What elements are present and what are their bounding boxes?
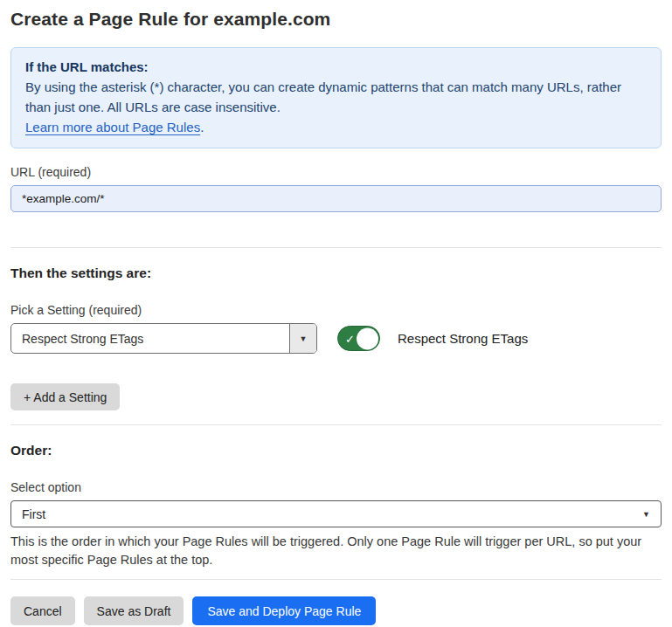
url-field-label: URL (required)	[10, 165, 662, 179]
setting-select-value: Respect Strong ETags	[11, 324, 289, 353]
order-select-value: First	[22, 507, 45, 521]
respect-strong-etags-toggle[interactable]: ✓	[337, 326, 380, 351]
settings-section-heading: Then the settings are:	[10, 265, 662, 281]
info-box-body: By using the asterisk (*) character, you…	[25, 77, 647, 117]
save-draft-button[interactable]: Save as Draft	[84, 596, 184, 625]
toggle-knob	[357, 327, 378, 349]
page-title: Create a Page Rule for example.com	[10, 9, 662, 30]
setting-row: Respect Strong ETags ▼ ✓ Respect Strong …	[10, 323, 662, 354]
order-select[interactable]: First ▼	[10, 500, 662, 527]
setting-select[interactable]: Respect Strong ETags ▼	[10, 323, 317, 354]
order-section-heading: Order:	[10, 443, 662, 458]
link-suffix: .	[200, 120, 204, 134]
footer-actions: Cancel Save as Draft Save and Deploy Pag…	[10, 596, 662, 625]
info-box-heading: If the URL matches:	[25, 57, 647, 77]
order-select-label: Select option	[10, 480, 662, 494]
learn-more-link[interactable]: Learn more about Page Rules	[25, 120, 200, 134]
section-divider	[10, 424, 662, 425]
url-input[interactable]	[10, 185, 662, 212]
chevron-down-icon: ▼	[642, 510, 650, 519]
save-deploy-button[interactable]: Save and Deploy Page Rule	[192, 596, 376, 625]
pick-setting-label: Pick a Setting (required)	[10, 303, 662, 317]
check-icon: ✓	[345, 333, 355, 344]
create-page-rule-form: Create a Page Rule for example.com If th…	[0, 0, 672, 627]
section-divider	[10, 247, 662, 248]
setting-select-arrow-button[interactable]: ▼	[289, 324, 316, 353]
add-setting-button[interactable]: + Add a Setting	[10, 383, 120, 410]
order-help-text: This is the order in which your Page Rul…	[10, 533, 662, 569]
info-box-link-line: Learn more about Page Rules.	[25, 117, 647, 137]
toggle-label: Respect Strong ETags	[398, 331, 528, 346]
footer-divider	[10, 579, 662, 580]
url-match-info-box: If the URL matches: By using the asteris…	[10, 47, 662, 148]
chevron-down-icon: ▼	[300, 334, 308, 343]
cancel-button[interactable]: Cancel	[10, 596, 75, 625]
